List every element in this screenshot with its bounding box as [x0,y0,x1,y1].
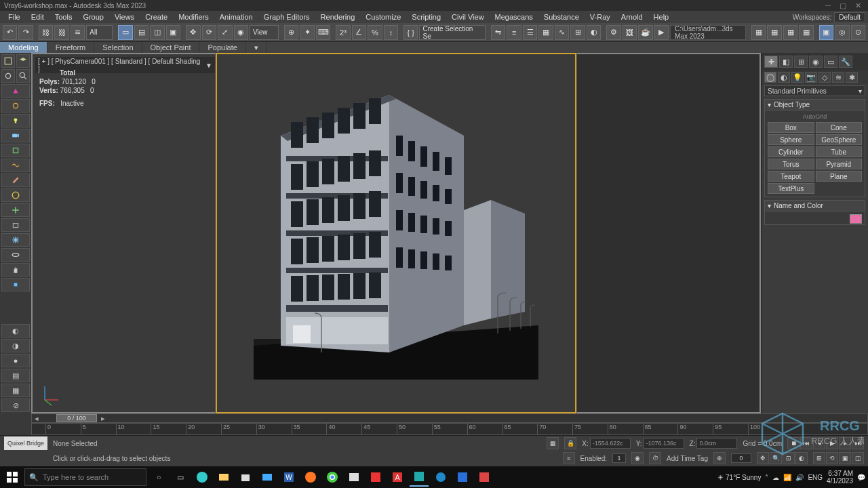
menu-help[interactable]: Help [648,12,675,22]
link-button[interactable]: ⛓ [39,25,53,40]
store-icon[interactable] [236,468,255,487]
zoom-all-button[interactable]: ⊞ [813,452,825,464]
menu-file[interactable]: File [3,12,26,22]
weather-widget[interactable]: ☀ 71°F Sunny [717,474,761,481]
shapes-subtab[interactable]: ◐ [778,72,790,83]
project-path-field[interactable]: C:\Users\adm...3ds Max 2023 [670,25,746,40]
lights-filter-icon[interactable] [1,114,30,127]
isolate-button[interactable]: ▦ [547,437,559,449]
vray-button-6[interactable]: ⊙ [851,25,865,40]
spacewarps-filter-icon[interactable] [1,159,30,172]
word-icon[interactable]: W [279,468,298,487]
next-frame-button[interactable]: ▸ [839,437,851,449]
list-options-icon[interactable]: ▤ [1,369,30,382]
ref-coord-dropdown[interactable]: View [250,25,279,40]
time-config-button[interactable]: ⏹ [787,437,800,449]
render-button[interactable]: ☕ [638,25,652,40]
menu-tools[interactable]: Tools [50,12,78,22]
pan-view-button[interactable]: ✥ [757,452,769,464]
prev-frame-button[interactable]: ◂ [813,437,825,449]
menu-group[interactable]: Group [77,12,109,22]
angle-snap-button[interactable]: ∠ [352,25,366,40]
primitive-sphere-button[interactable]: Sphere [768,134,814,145]
menu-views[interactable]: Views [109,12,140,22]
vray-button-5[interactable]: ◎ [835,25,849,40]
autogrid-checkbox[interactable]: AutoGrid [768,113,862,120]
primitive-geosphere-button[interactable]: GeoSphere [816,134,863,145]
min-max-button[interactable]: ◫ [852,452,864,464]
curve-editor-button[interactable]: ∿ [555,25,569,40]
lights-subtab[interactable]: 💡 [791,72,804,83]
motion-tab[interactable]: ◉ [809,56,823,68]
move-button[interactable]: ✥ [186,25,200,40]
taskbar-search[interactable]: 🔍 Type here to search [24,468,146,486]
object-color-swatch[interactable] [850,214,862,224]
primitive-plane-button[interactable]: Plane [816,171,863,182]
quixel-bridge-button[interactable]: Quixel Bridge [4,436,47,450]
tray-onedrive-icon[interactable]: ☁ [772,474,779,481]
select-manipulate-button[interactable]: ✦ [300,25,314,40]
maximize-viewport-button[interactable]: ▣ [839,452,851,464]
geometry-filter-icon[interactable] [1,84,30,98]
placement-button[interactable]: ◉ [234,25,248,40]
material-editor-button[interactable]: ◐ [587,25,601,40]
tray-language[interactable]: ENG [808,474,823,481]
cameras-subtab[interactable]: 📷 [805,72,817,83]
keyboard-shortcut-button[interactable]: ⌨ [316,25,330,40]
spacewarps-subtab[interactable]: ≋ [832,72,844,83]
ribbon-tab-selection[interactable]: Selection [94,42,142,53]
select-region-button[interactable]: ◫ [150,25,164,40]
primitive-category-dropdown[interactable]: Standard Primitives▾ [764,85,865,96]
menu-edit[interactable]: Edit [26,12,50,22]
menu-modifiers[interactable]: Modifiers [173,12,214,22]
geometry-subtab[interactable]: ◯ [764,72,776,83]
hierarchy-tab[interactable]: ⊞ [794,56,808,68]
scene-explorer-icon[interactable] [1,54,15,68]
display-filter-icon[interactable] [1,69,15,83]
tray-chevron-icon[interactable]: ˄ [765,474,768,481]
maxscript-icon[interactable]: ▦ [1,384,30,397]
snap-2d-button[interactable]: 2³ [336,25,350,40]
start-button[interactable] [3,468,22,487]
time-slider-handle[interactable]: 0 / 100 [56,414,97,422]
ribbon-tab-modeling[interactable]: Modeling [0,42,47,53]
script-listener-button[interactable]: ≡ [563,452,575,464]
redo-button[interactable]: ↷ [18,25,33,40]
mirror-button[interactable]: ⇋ [491,25,505,40]
chrome-icon[interactable] [323,468,342,487]
layer-explorer-button[interactable]: ☰ [523,25,537,40]
utilities-tab[interactable]: 🔧 [839,56,852,68]
photoshop-icon[interactable] [453,468,472,487]
camtasia-icon[interactable] [475,468,494,487]
explorer-icon[interactable] [214,468,233,487]
current-frame-field[interactable] [731,453,751,463]
minimize-button[interactable]: ─ [822,1,834,10]
shapes-filter-icon[interactable] [1,99,30,113]
macro-record-button[interactable]: ◉ [631,452,644,464]
pin-icon[interactable]: ⊘ [1,399,30,412]
toggle-ribbon-button[interactable]: ▦ [538,25,553,40]
primitive-box-button[interactable]: Box [768,122,814,133]
menu-rendering[interactable]: Rendering [315,12,361,22]
menu-scripting[interactable]: Scripting [406,12,446,22]
vray-button-2[interactable]: ▦ [767,25,781,40]
use-pivot-center-button[interactable]: ⊕ [284,25,298,40]
time-ruler[interactable]: 0510152025303540455055606570758085909510… [31,423,868,435]
tray-volume-icon[interactable]: 🔊 [795,474,804,481]
systems-subtab[interactable]: ✱ [846,72,858,83]
undo-button[interactable]: ↶ [3,25,17,40]
primitive-cylinder-button[interactable]: Cylinder [768,146,814,157]
ribbon-tab-populate[interactable]: Populate [199,42,245,53]
teams-icon[interactable] [344,468,363,487]
spinner-snap-button[interactable]: ↕ [384,25,398,40]
key-mode-button[interactable]: ⊕ [713,452,726,464]
sort-icon[interactable]: ◐ [1,324,30,338]
primitive-torus-button[interactable]: Torus [768,159,814,169]
tray-notifications-icon[interactable]: 💬 [857,474,865,481]
ribbon-tab-freeform[interactable]: Freeform [47,42,95,53]
selection-lock-button[interactable]: 🔒 [564,437,576,449]
menu-megascans[interactable]: Megascans [490,12,538,22]
add-time-tag[interactable]: Add Time Tag [667,455,708,462]
search-icon[interactable] [16,69,30,83]
helpers-subtab[interactable]: ◇ [818,72,831,83]
